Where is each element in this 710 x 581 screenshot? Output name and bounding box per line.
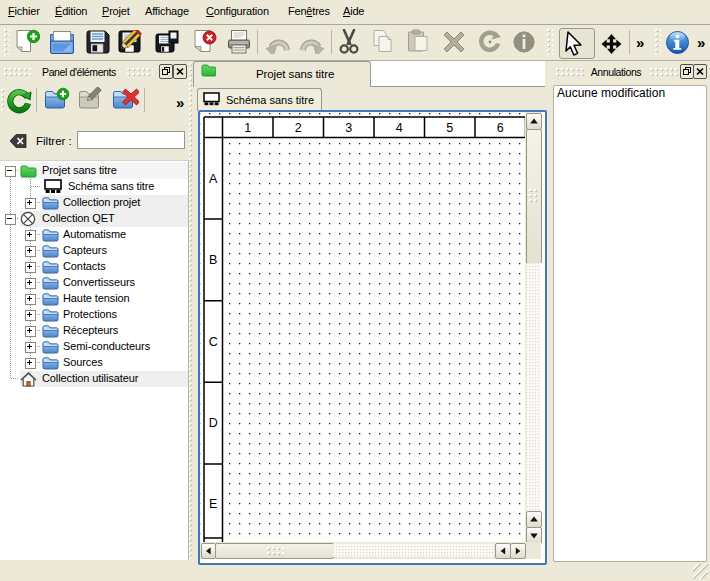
svg-text:E: E — [209, 497, 217, 511]
svg-text:5: 5 — [446, 121, 453, 135]
svg-text:1: 1 — [244, 121, 251, 135]
svg-text:B: B — [209, 253, 217, 267]
svg-text:C: C — [209, 335, 218, 349]
svg-text:D: D — [209, 416, 218, 430]
svg-text:4: 4 — [396, 121, 403, 135]
svg-text:3: 3 — [345, 121, 352, 135]
svg-text:A: A — [209, 172, 218, 186]
svg-text:6: 6 — [497, 121, 504, 135]
svg-text:2: 2 — [295, 121, 302, 135]
